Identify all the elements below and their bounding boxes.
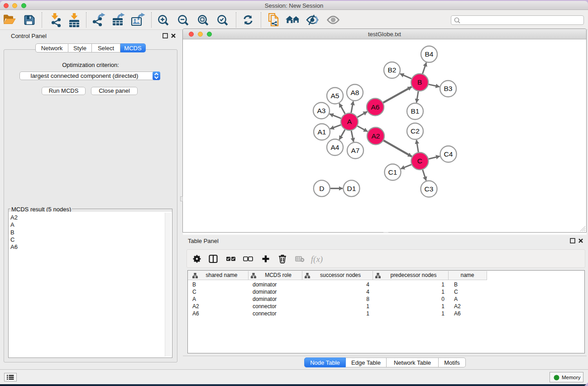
- svg-text:A3: A3: [317, 107, 326, 114]
- svg-text:B2: B2: [388, 66, 397, 74]
- svg-text:C2: C2: [411, 127, 420, 135]
- svg-text:A1: A1: [318, 128, 326, 136]
- svg-text:A4: A4: [331, 143, 339, 151]
- svg-text:C1: C1: [388, 168, 397, 176]
- svg-text:A7: A7: [351, 147, 360, 154]
- svg-text:C3: C3: [425, 185, 434, 193]
- svg-text:A6: A6: [371, 103, 380, 111]
- svg-text:B4: B4: [425, 50, 434, 58]
- svg-text:B1: B1: [411, 107, 420, 115]
- svg-text:C: C: [417, 157, 422, 165]
- svg-text:A5: A5: [331, 92, 339, 100]
- svg-text:A8: A8: [351, 89, 359, 96]
- svg-text:B: B: [417, 78, 422, 86]
- svg-text:A2: A2: [372, 132, 380, 140]
- svg-text:A: A: [347, 118, 352, 125]
- svg-text:D: D: [319, 185, 324, 192]
- svg-text:f(x): f(x): [311, 254, 323, 264]
- svg-text:C4: C4: [444, 150, 453, 158]
- svg-text:B3: B3: [444, 85, 453, 92]
- svg-text:D1: D1: [347, 185, 356, 192]
